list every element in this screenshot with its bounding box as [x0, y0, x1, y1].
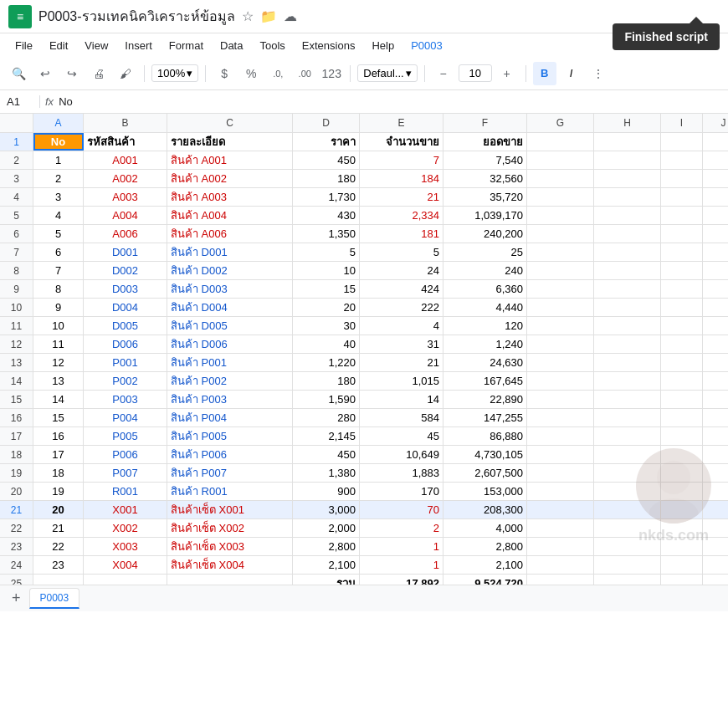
cell-b1[interactable]: รหัสสินค้า [84, 133, 167, 151]
cell-f24[interactable]: 2,100 [443, 556, 527, 574]
col-header-e[interactable]: E [360, 114, 443, 132]
cell-d18[interactable]: 450 [293, 446, 360, 463]
cell-f13[interactable]: 24,630 [443, 354, 527, 371]
cell-e20[interactable]: 170 [360, 483, 443, 500]
cell-d21[interactable]: 3,000 [293, 501, 360, 518]
cell-b9[interactable]: D003 [84, 280, 167, 298]
cell-a24[interactable]: 23 [33, 556, 84, 574]
cell-b22[interactable]: X002 [84, 519, 167, 537]
cell-c14[interactable]: สินค้า P002 [167, 372, 293, 390]
col-header-f[interactable]: F [443, 114, 527, 132]
cell-a5[interactable]: 4 [33, 207, 84, 224]
cell-a22[interactable]: 21 [33, 519, 84, 537]
cell-c16[interactable]: สินค้า P004 [167, 409, 293, 427]
cell-e17[interactable]: 45 [360, 427, 443, 445]
cell-f9[interactable]: 6,360 [443, 280, 527, 298]
cell-c5[interactable]: สินค้า A004 [167, 207, 293, 224]
cell-a1[interactable]: No [33, 133, 84, 151]
cell-c6[interactable]: สินค้า A006 [167, 225, 293, 243]
cell-f23[interactable]: 2,800 [443, 538, 527, 555]
cell-e11[interactable]: 4 [360, 317, 443, 335]
cell-f7[interactable]: 25 [443, 243, 527, 261]
cell-f1[interactable]: ยอดขาย [443, 133, 527, 151]
cell-a10[interactable]: 9 [33, 299, 84, 316]
cell-e5[interactable]: 2,334 [360, 207, 443, 224]
menu-tools[interactable]: Tools [253, 38, 291, 54]
cell-b16[interactable]: P004 [84, 409, 167, 427]
menu-insert[interactable]: Insert [118, 38, 159, 54]
cell-a3[interactable]: 2 [33, 170, 84, 187]
cell-b2[interactable]: A001 [84, 151, 167, 169]
cell-a16[interactable]: 15 [33, 409, 84, 427]
cell-e7[interactable]: 5 [360, 243, 443, 261]
cell-e14[interactable]: 1,015 [360, 372, 443, 390]
cell-a19[interactable]: 18 [33, 464, 84, 482]
cell-e3[interactable]: 184 [360, 170, 443, 187]
cell-d19[interactable]: 1,380 [293, 464, 360, 482]
cell-c10[interactable]: สินค้า D004 [167, 299, 293, 316]
cell-c8[interactable]: สินค้า D002 [167, 262, 293, 279]
col-header-b[interactable]: B [84, 114, 167, 132]
col-header-h[interactable]: H [594, 114, 661, 132]
cell-b5[interactable]: A004 [84, 207, 167, 224]
cell-f10[interactable]: 4,440 [443, 299, 527, 316]
currency-button[interactable]: $ [213, 62, 236, 85]
cell-c15[interactable]: สินค้า P003 [167, 391, 293, 408]
cell-f3[interactable]: 32,560 [443, 170, 527, 187]
font-selector[interactable]: Defaul... ▾ [357, 64, 417, 82]
cell-b24[interactable]: X004 [84, 556, 167, 574]
cell-b8[interactable]: D002 [84, 262, 167, 279]
cell-d24[interactable]: 2,100 [293, 556, 360, 574]
cell-f19[interactable]: 2,607,500 [443, 464, 527, 482]
cell-d8[interactable]: 10 [293, 262, 360, 279]
cell-e19[interactable]: 1,883 [360, 464, 443, 482]
cell-d10[interactable]: 20 [293, 299, 360, 316]
cell-b23[interactable]: X003 [84, 538, 167, 555]
cell-d13[interactable]: 1,220 [293, 354, 360, 371]
cell-d11[interactable]: 30 [293, 317, 360, 335]
cell-b11[interactable]: D005 [84, 317, 167, 335]
cell-b10[interactable]: D004 [84, 299, 167, 316]
star-icon[interactable]: ☆ [242, 8, 254, 24]
search-button[interactable]: 🔍 [7, 62, 30, 85]
menu-view[interactable]: View [78, 38, 115, 54]
cell-d5[interactable]: 430 [293, 207, 360, 224]
cell-c13[interactable]: สินค้า P001 [167, 354, 293, 371]
more-toolbar-button[interactable]: ⋮ [587, 62, 610, 85]
cell-c23[interactable]: สินค้าเซ็ต X003 [167, 538, 293, 555]
percent-button[interactable]: % [239, 62, 263, 85]
cell-f14[interactable]: 167,645 [443, 372, 527, 390]
cell-b6[interactable]: A006 [84, 225, 167, 243]
cell-d1[interactable]: ราคา [293, 133, 360, 151]
paint-format-button[interactable]: 🖌 [114, 62, 137, 85]
cell-b14[interactable]: P002 [84, 372, 167, 390]
italic-button[interactable]: I [560, 62, 583, 85]
cell-b15[interactable]: P003 [84, 391, 167, 408]
col-header-i[interactable]: I [661, 114, 703, 132]
menu-p0003[interactable]: P0003 [404, 38, 449, 54]
cell-c4[interactable]: สินค้า A003 [167, 188, 293, 206]
cell-c22[interactable]: สินค้าเซ็ต X002 [167, 519, 293, 537]
col-header-d[interactable]: D [293, 114, 360, 132]
col-header-c[interactable]: C [167, 114, 293, 132]
cell-d7[interactable]: 5 [293, 243, 360, 261]
cell-b13[interactable]: P001 [84, 354, 167, 371]
cell-e6[interactable]: 181 [360, 225, 443, 243]
cell-d20[interactable]: 900 [293, 483, 360, 500]
cell-f5[interactable]: 1,039,170 [443, 207, 527, 224]
cell-d23[interactable]: 2,800 [293, 538, 360, 555]
cell-f2[interactable]: 7,540 [443, 151, 527, 169]
cell-reference[interactable]: A1 [7, 95, 40, 108]
undo-button[interactable]: ↩ [33, 62, 57, 85]
cell-e18[interactable]: 10,649 [360, 446, 443, 463]
cell-c2[interactable]: สินค้า A001 [167, 151, 293, 169]
dec-decrease-button[interactable]: .0, [266, 62, 290, 85]
sheet-tab-p0003[interactable]: P0003 [29, 588, 80, 609]
cell-e2[interactable]: 7 [360, 151, 443, 169]
bold-button[interactable]: B [533, 62, 556, 85]
cell-d9[interactable]: 15 [293, 280, 360, 298]
cell-e22[interactable]: 2 [360, 519, 443, 537]
minus-font-button[interactable]: − [432, 62, 455, 85]
cell-c9[interactable]: สินค้า D003 [167, 280, 293, 298]
cell-e24[interactable]: 1 [360, 556, 443, 574]
